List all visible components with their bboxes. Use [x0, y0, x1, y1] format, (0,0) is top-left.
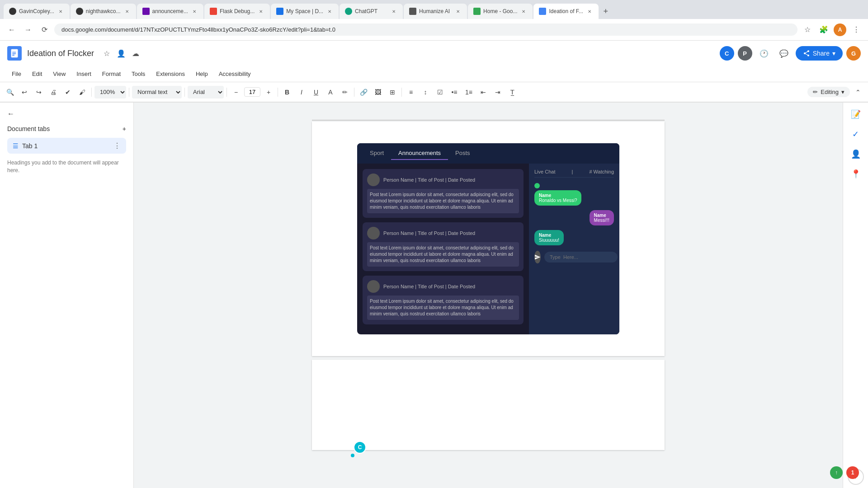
clear-format-btn[interactable]: T̲ — [506, 86, 519, 99]
tab-chatgpt-label: ChatGPT — [355, 8, 387, 14]
chat-input[interactable] — [544, 252, 618, 263]
paint-format-btn[interactable]: 🖌 — [76, 86, 89, 99]
menu-help[interactable]: Help — [191, 69, 212, 79]
highlight-btn[interactable]: ✏ — [339, 86, 351, 99]
browser-tab-announcements[interactable]: announceme... ✕ — [137, 4, 203, 19]
text-style-select[interactable]: Normal text — [132, 86, 182, 99]
zoom-select[interactable]: 100% — [94, 86, 126, 99]
chat-send-btn[interactable] — [534, 251, 541, 263]
tab-github2-close[interactable]: ✕ — [123, 8, 131, 15]
bookmark-icon[interactable]: ☆ — [801, 23, 814, 36]
menu-extensions[interactable]: Extensions — [151, 69, 189, 79]
notif-badge-red[interactable]: 1 — [846, 466, 859, 479]
maps-icon[interactable]: 📍 — [848, 166, 864, 182]
decrease-indent-btn[interactable]: ⇤ — [477, 86, 490, 99]
underline-btn[interactable]: U — [310, 86, 322, 99]
bullet-list-btn[interactable]: •≡ — [448, 86, 461, 99]
line-spacing-btn[interactable]: ↕ — [419, 86, 432, 99]
menu-view[interactable]: View — [48, 69, 70, 79]
tab-bar: GavinCopley... ✕ nighthawkco... ✕ announ… — [0, 0, 868, 19]
extension-icon[interactable]: 🧩 — [817, 23, 830, 36]
tab-1-menu-btn[interactable]: ⋮ — [113, 141, 121, 150]
diagram-body: Person Name | Title of Post | Date Poste… — [357, 164, 619, 334]
link-btn[interactable]: 🔗 — [357, 86, 370, 99]
post-2-text: Post text Lorem ipsum dolor sit amet, co… — [367, 242, 519, 267]
address-input[interactable] — [54, 23, 797, 36]
browser-tab-github2[interactable]: nighthawkco... ✕ — [71, 4, 136, 19]
tab-github1-close[interactable]: ✕ — [57, 8, 64, 15]
browser-tab-home[interactable]: Home - Goo... ✕ — [468, 4, 533, 19]
ordered-list-btn[interactable]: 1≡ — [462, 86, 475, 99]
font-size-decrease-btn[interactable]: − — [230, 86, 242, 99]
collab-icon[interactable]: 👤 — [116, 48, 127, 59]
notif-badge-green[interactable]: ↑ — [830, 466, 843, 479]
collapse-toolbar-btn[interactable]: ⌃ — [852, 86, 864, 99]
share-dropdown-icon[interactable]: ▾ — [832, 50, 835, 57]
add-tab-btn[interactable]: + — [123, 125, 126, 132]
browser-tab-flask[interactable]: Flask Debug... ✕ — [204, 4, 270, 19]
menu-edit[interactable]: Edit — [28, 69, 47, 79]
tab-home-close[interactable]: ✕ — [520, 8, 527, 15]
star-icon[interactable]: ☆ — [101, 48, 112, 59]
collab-avatar-2[interactable]: P — [738, 46, 752, 61]
browser-tab-github1[interactable]: GavinCopley... ✕ — [4, 4, 70, 19]
refresh-button[interactable]: ⟳ — [38, 23, 51, 36]
page-1[interactable]: Sport Announcements Posts — [312, 122, 665, 356]
new-tab-button[interactable]: + — [599, 5, 612, 18]
font-size-increase-btn[interactable]: + — [262, 86, 275, 99]
menu-tools[interactable]: Tools — [127, 69, 150, 79]
undo-btn[interactable]: ↩ — [18, 86, 31, 99]
comments-icon[interactable]: 💬 — [776, 45, 792, 61]
tab-flask-close[interactable]: ✕ — [257, 8, 264, 15]
sidebar-tab-1[interactable]: ☰ Tab 1 ⋮ — [7, 138, 126, 154]
ideation-favicon — [539, 8, 546, 15]
forward-button[interactable]: → — [22, 23, 34, 36]
tab-myspace-close[interactable]: ✕ — [326, 8, 333, 15]
doc-content: Sport Announcements Posts — [344, 143, 632, 334]
browser-tab-chatgpt[interactable]: ChatGPT ✕ — [340, 4, 403, 19]
collab-avatar-1[interactable]: C — [720, 46, 734, 61]
checklist-btn[interactable]: ☑ — [434, 86, 446, 99]
history-icon[interactable]: 🕐 — [756, 45, 772, 61]
menu-insert[interactable]: Insert — [72, 69, 96, 79]
page-2[interactable]: C — [312, 360, 665, 450]
diagram-nav-posts[interactable]: Posts — [448, 147, 477, 160]
print-btn[interactable]: 🖨 — [47, 86, 60, 99]
search-toolbar-btn[interactable]: 🔍 — [4, 86, 16, 99]
tab-humanize-close[interactable]: ✕ — [454, 8, 462, 15]
table-btn[interactable]: ⊞ — [386, 86, 399, 99]
share-button[interactable]: Share ▾ — [796, 46, 843, 61]
browser-tab-myspace[interactable]: My Space | D... ✕ — [271, 4, 339, 19]
profile-icon[interactable]: A — [834, 23, 846, 36]
contacts-icon[interactable]: 👤 — [848, 146, 864, 162]
tasks-icon[interactable]: ✓ — [848, 126, 864, 142]
increase-indent-btn[interactable]: ⇥ — [491, 86, 504, 99]
browser-tab-humanize[interactable]: Humanize AI ✕ — [404, 4, 467, 19]
menu-format[interactable]: Format — [98, 69, 125, 79]
tab-announcements-close[interactable]: ✕ — [191, 8, 198, 15]
text-color-btn[interactable]: A — [324, 86, 337, 99]
spellcheck-btn[interactable]: ✔ — [61, 86, 74, 99]
italic-btn[interactable]: I — [295, 86, 308, 99]
notes-icon[interactable]: 📝 — [848, 106, 864, 122]
redo-btn[interactable]: ↪ — [33, 86, 45, 99]
cloud-icon[interactable]: ☁ — [130, 48, 141, 59]
font-select[interactable]: Arial — [188, 86, 224, 99]
tab-ideation-close[interactable]: ✕ — [586, 8, 593, 15]
editing-mode-button[interactable]: ✏ Editing ▾ — [807, 87, 850, 97]
tab-chatgpt-close[interactable]: ✕ — [390, 8, 397, 15]
font-size-input[interactable] — [244, 87, 260, 97]
menu-accessibility[interactable]: Accessibility — [214, 69, 255, 79]
doc-area[interactable]: Sport Announcements Posts — [134, 103, 843, 488]
menu-file[interactable]: File — [7, 69, 26, 79]
bold-btn[interactable]: B — [281, 86, 293, 99]
image-btn[interactable]: 🖼 — [372, 86, 384, 99]
align-btn[interactable]: ≡ — [405, 86, 417, 99]
diagram-nav-announcements[interactable]: Announcements — [391, 147, 448, 160]
browser-tab-ideation[interactable]: Ideation of F... ✕ — [533, 4, 598, 19]
back-button[interactable]: ← — [5, 23, 18, 36]
diagram-nav-sport[interactable]: Sport — [363, 147, 391, 160]
more-options-icon[interactable]: ⋮ — [850, 23, 863, 36]
user-avatar[interactable]: G — [846, 46, 861, 61]
sidebar-back-btn[interactable]: ← — [7, 110, 126, 118]
